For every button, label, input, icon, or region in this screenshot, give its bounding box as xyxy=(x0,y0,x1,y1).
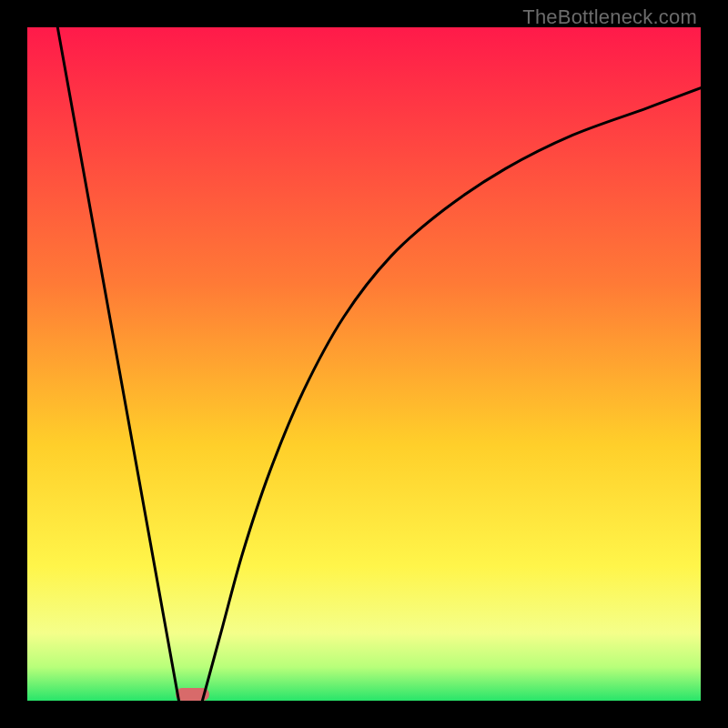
curve-left xyxy=(57,27,178,701)
chart-frame: TheBottleneck.com xyxy=(0,0,728,728)
plot-area xyxy=(27,27,701,701)
watermark-text: TheBottleneck.com xyxy=(522,5,697,29)
curve-right xyxy=(202,88,701,701)
curve-layer xyxy=(27,27,701,701)
